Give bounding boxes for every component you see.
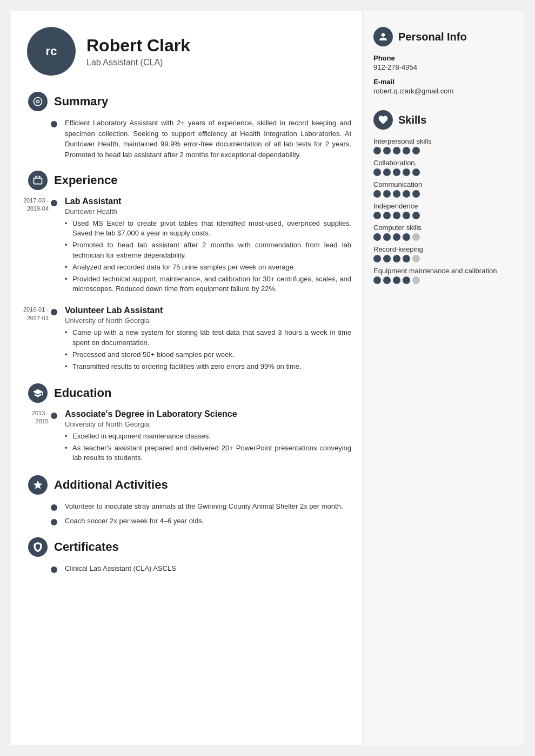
candidate-name: Robert Clark — [86, 36, 190, 56]
skill-dot — [393, 255, 400, 262]
skill-row: Interpersonal skills — [373, 137, 513, 154]
phone-label: Phone — [373, 54, 513, 62]
skill-dots — [373, 190, 513, 198]
education-title: Education — [54, 386, 111, 400]
skill-dots — [373, 255, 513, 262]
avatar-initials: rc — [46, 44, 57, 58]
skill-row: Independence — [373, 202, 513, 219]
edu-date-1: 2013 -2015 — [0, 409, 49, 426]
job-title-2: Volunteer Lab Assistant — [65, 306, 351, 315]
skill-row: Collaboration, — [373, 159, 513, 176]
skills-icon — [373, 110, 393, 130]
certificate-svg — [32, 542, 43, 552]
skills-header: Skills — [373, 110, 513, 130]
skill-dots — [373, 276, 513, 284]
date-label-1: 2017-03 -2019-04 — [0, 197, 49, 213]
activities-icon — [28, 475, 48, 495]
skill-name: Independence — [373, 202, 513, 210]
certificates-title: Certificates — [54, 540, 119, 554]
skill-name: Computer skills — [373, 224, 513, 232]
summary-header: Summary — [22, 92, 351, 111]
header: rc Robert Clark Lab Assistant (CLA) — [22, 27, 351, 76]
education-section: Education 2013 -2015 Associate's Degree … — [22, 383, 351, 463]
bullet-item: Processed and stored 50+ blood samples p… — [65, 350, 351, 360]
skill-dot — [383, 276, 391, 284]
education-icon — [28, 383, 48, 403]
experience-header: Experience — [22, 171, 351, 190]
job-org-1: Duntower Health — [65, 207, 351, 215]
right-column: Personal Info Phone 912-278-4954 E-mail … — [362, 11, 524, 745]
education-header: Education — [22, 383, 351, 403]
summary-title: Summary — [54, 94, 108, 109]
bullet-item: Analyzed and recorded data for 75 urine … — [65, 262, 351, 272]
skill-dot — [383, 168, 391, 176]
skill-dot — [412, 147, 420, 154]
skill-name: Interpersonal skills — [373, 137, 513, 145]
skill-dot — [383, 147, 391, 154]
skill-dot — [403, 233, 410, 241]
skill-dot — [373, 168, 381, 176]
skill-dots — [373, 147, 513, 154]
bullet-item: Excelled in equipment maintenance classe… — [65, 431, 351, 441]
job-org-2: University of North Georgia — [65, 316, 351, 325]
summary-wrapper: Efficient Laboratory Assistant with 2+ y… — [22, 118, 351, 160]
skills-list: Interpersonal skillsCollaboration,Commun… — [373, 137, 513, 284]
skill-dot — [373, 255, 381, 262]
skill-dot — [393, 190, 400, 198]
skill-dot — [373, 147, 381, 154]
date-label-2: 2016-01 -2017-01 — [0, 306, 49, 322]
skill-row: Equipment maintenance and calibration — [373, 267, 513, 284]
skill-dot — [383, 190, 391, 198]
job-bullets-1: Used MS Excel to create pivot tables tha… — [65, 219, 351, 294]
bullet-item: Provided technical support, maintenance,… — [65, 274, 351, 294]
personal-info-section: Personal Info Phone 912-278-4954 E-mail … — [373, 27, 513, 95]
activities-title: Additional Activities — [54, 478, 168, 492]
skill-dot — [412, 212, 420, 219]
skill-dot — [373, 276, 381, 284]
activity-item-1: Volunteer to inoculate stray animals at … — [54, 501, 351, 512]
skill-dot — [393, 147, 400, 154]
skill-dots — [373, 212, 513, 219]
skill-dot — [373, 190, 381, 198]
star-svg — [32, 480, 43, 490]
header-text: Robert Clark Lab Assistant (CLA) — [86, 36, 190, 68]
personal-info-title: Personal Info — [398, 31, 467, 43]
skill-dot — [412, 276, 420, 284]
skill-dot — [393, 212, 400, 219]
skill-dot — [383, 212, 391, 219]
skill-dot — [383, 255, 391, 262]
skill-dot — [412, 255, 420, 262]
skill-dot — [373, 212, 381, 219]
skill-dot — [412, 168, 420, 176]
personal-info-header: Personal Info — [373, 27, 513, 46]
edu-title-1: Associate's Degree in Laboratory Science — [65, 409, 351, 419]
bullet-item: Came up with a new system for storing la… — [65, 328, 351, 347]
experience-title: Experience — [54, 173, 117, 187]
experience-entry-1: 2017-03 -2019-04 Lab Assistant Duntower … — [54, 197, 351, 294]
skill-name: Communication — [373, 180, 513, 188]
certificates-section: Certificates Clinical Lab Assistant (CLA… — [22, 537, 351, 574]
skill-row: Record-keeping — [373, 245, 513, 262]
skill-name: Record-keeping — [373, 245, 513, 253]
skill-dot — [412, 233, 420, 241]
bullet-item: Transmitted results to ordering faciliti… — [65, 362, 351, 372]
graduation-svg — [32, 388, 43, 399]
activities-section: Additional Activities Volunteer to inocu… — [22, 475, 351, 526]
edu-org-1: University of North Georgia — [65, 420, 351, 428]
education-timeline: 2013 -2015 Associate's Degree in Laborat… — [22, 409, 351, 463]
skills-title: Skills — [398, 114, 426, 126]
summary-section: Summary Efficient Laboratory Assistant w… — [22, 92, 351, 160]
certificates-icon — [28, 537, 48, 557]
skill-dot — [393, 233, 400, 241]
avatar: rc — [27, 27, 76, 76]
skill-dot — [403, 147, 410, 154]
bullet-item: As teacher's assistant prepared and deli… — [65, 443, 351, 463]
job-title-1: Lab Assistant — [65, 197, 351, 206]
education-entry-1: 2013 -2015 Associate's Degree in Laborat… — [54, 409, 351, 463]
resume-container: rc Robert Clark Lab Assistant (CLA) Summ… — [11, 11, 524, 745]
skill-dot — [403, 190, 410, 198]
briefcase-svg — [32, 175, 43, 186]
skill-dot — [403, 212, 410, 219]
skill-dot — [403, 276, 410, 284]
skill-dot — [393, 276, 400, 284]
